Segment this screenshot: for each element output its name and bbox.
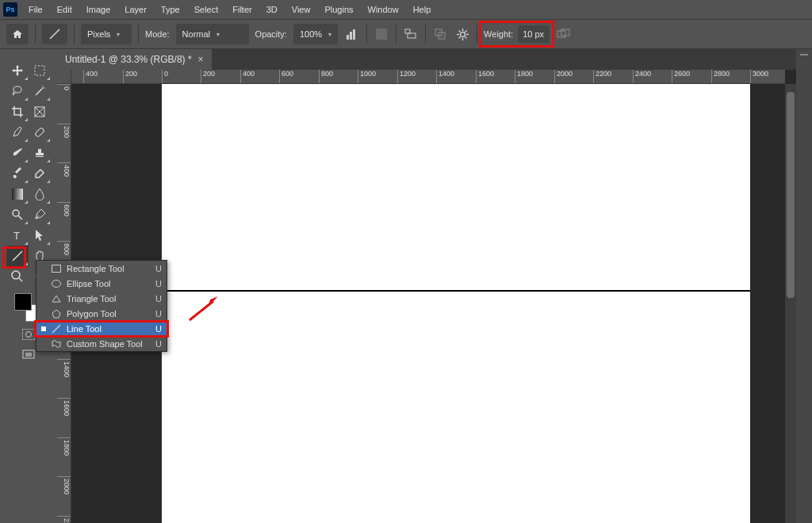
dodge-icon [11, 208, 24, 221]
path-arrangement-icon[interactable] [556, 26, 572, 42]
align-edges-icon[interactable] [403, 26, 419, 42]
separator [35, 25, 36, 44]
quick-select-tool[interactable] [29, 81, 51, 101]
menu-3d[interactable]: 3D [260, 2, 284, 17]
gear-icon[interactable] [454, 26, 470, 42]
menu-select[interactable]: Select [188, 2, 225, 17]
marquee-tool[interactable] [29, 60, 51, 81]
selected-indicator [41, 296, 46, 301]
dock-drag-handle[interactable] [800, 54, 808, 55]
screen-mode-icon [22, 349, 35, 361]
ruler-tick: 600 [57, 202, 71, 216]
fill-icon[interactable] [373, 26, 389, 42]
flyout-item-label: Ellipse Tool [67, 279, 110, 288]
flyout-item-label: Line Tool [67, 324, 102, 334]
flyout-item-line[interactable]: Line ToolU [36, 321, 167, 336]
svg-line-31 [18, 216, 22, 220]
foreground-color-swatch[interactable] [14, 293, 32, 311]
menu-image[interactable]: Image [80, 2, 117, 17]
menu-type[interactable]: Type [155, 2, 186, 17]
scrollbar-thumb[interactable] [787, 92, 795, 298]
menu-file[interactable]: File [22, 2, 49, 17]
menu-layer[interactable]: Layer [118, 2, 153, 17]
shape-mode-dropdown[interactable]: Pixels ▾ [81, 24, 132, 44]
ruler-tick: 2000 [554, 70, 573, 83]
shape-tool-flyout: Rectangle ToolUEllipse ToolUTriangle Too… [36, 260, 167, 352]
frame-tool[interactable] [29, 101, 51, 122]
path-select-tool[interactable] [29, 225, 51, 246]
separator [74, 25, 75, 44]
flyout-item-custom[interactable]: Custom Shape ToolU [36, 336, 167, 351]
svg-line-14 [458, 30, 460, 32]
selected-indicator [41, 342, 46, 346]
menu-filter[interactable]: Filter [226, 2, 258, 17]
weight-input[interactable]: 10 px [518, 25, 550, 43]
history-brush-tool[interactable] [6, 163, 29, 184]
eraser-icon [33, 167, 46, 180]
svg-rect-29 [12, 189, 23, 200]
flyout-item-label: Rectangle Tool [67, 264, 124, 273]
selected-indicator [41, 311, 46, 316]
home-button[interactable] [6, 24, 29, 44]
ruler-tick: 0 [162, 70, 168, 83]
chevron-down-icon: ▾ [216, 31, 220, 38]
quick-mask-icon [22, 329, 35, 340]
stamp-tool[interactable] [29, 143, 51, 163]
move-tool[interactable] [6, 60, 29, 81]
separator [477, 25, 477, 44]
blur-tool[interactable] [29, 184, 51, 204]
app-logo: Ps [3, 2, 17, 17]
pen-tool[interactable] [29, 204, 51, 225]
ruler-tick: 200 [201, 70, 215, 83]
ruler-tick: 400 [83, 70, 98, 83]
home-icon [12, 29, 23, 40]
menu-edit[interactable]: Edit [51, 2, 79, 17]
healing-tool[interactable] [29, 122, 51, 143]
menu-view[interactable]: View [285, 2, 317, 17]
path-operations-icon[interactable] [432, 26, 448, 42]
frame-icon [34, 106, 45, 117]
canvas[interactable] [162, 84, 750, 523]
tool-preset-picker[interactable] [42, 24, 67, 44]
flyout-item-label: Polygon Tool [67, 309, 117, 319]
eyedropper-tool[interactable] [6, 122, 29, 143]
menu-plugins[interactable]: Plugins [318, 2, 359, 17]
document-tab[interactable]: Untitled-1 @ 33.3% (RGB/8) * × [57, 49, 212, 70]
ruler-tick: 1400 [57, 359, 71, 377]
right-panel-dock[interactable] [796, 49, 812, 523]
flyout-item-ellipse[interactable]: Ellipse ToolU [36, 276, 167, 291]
menu-help[interactable]: Help [407, 2, 438, 17]
flyout-item-rect[interactable]: Rectangle ToolU [36, 261, 167, 276]
lasso-tool[interactable] [6, 81, 29, 101]
gradient-tool[interactable] [6, 184, 29, 204]
type-tool[interactable]: T [6, 225, 29, 246]
flyout-item-shortcut: U [155, 264, 162, 273]
blend-mode-dropdown[interactable]: Normal ▾ [176, 24, 249, 44]
horizontal-ruler[interactable]: 4002000200400600800100012001400160018002… [71, 70, 785, 84]
vertical-scrollbar[interactable] [785, 84, 796, 523]
flyout-item-polygon[interactable]: Polygon ToolU [36, 306, 167, 321]
close-icon[interactable]: × [198, 54, 204, 65]
magic-wand-icon [33, 85, 46, 97]
dodge-tool[interactable] [6, 204, 29, 225]
move-icon [11, 64, 24, 77]
anti-alias-icon[interactable] [344, 26, 360, 42]
canvas-viewport[interactable] [71, 84, 785, 523]
opacity-dropdown[interactable]: 100% ▾ [293, 24, 338, 44]
annotation-highlight [2, 246, 26, 269]
flyout-item-label: Triangle Tool [67, 294, 116, 303]
weight-group: Weight: 10 px [484, 25, 550, 43]
flyout-item-triangle[interactable]: Triangle ToolU [36, 291, 167, 306]
ruler-tick: 3000 [750, 70, 768, 83]
svg-rect-2 [350, 32, 352, 40]
ruler-tick: 200 [57, 124, 71, 138]
svg-line-46 [52, 325, 60, 333]
opacity-label: Opacity: [255, 29, 287, 39]
svg-point-43 [52, 280, 61, 287]
eraser-tool[interactable] [29, 163, 51, 184]
crop-tool[interactable] [6, 101, 29, 122]
flyout-item-shortcut: U [155, 309, 162, 319]
brush-tool[interactable] [6, 143, 29, 163]
zoom-tool[interactable] [6, 266, 29, 287]
menu-window[interactable]: Window [362, 2, 405, 17]
